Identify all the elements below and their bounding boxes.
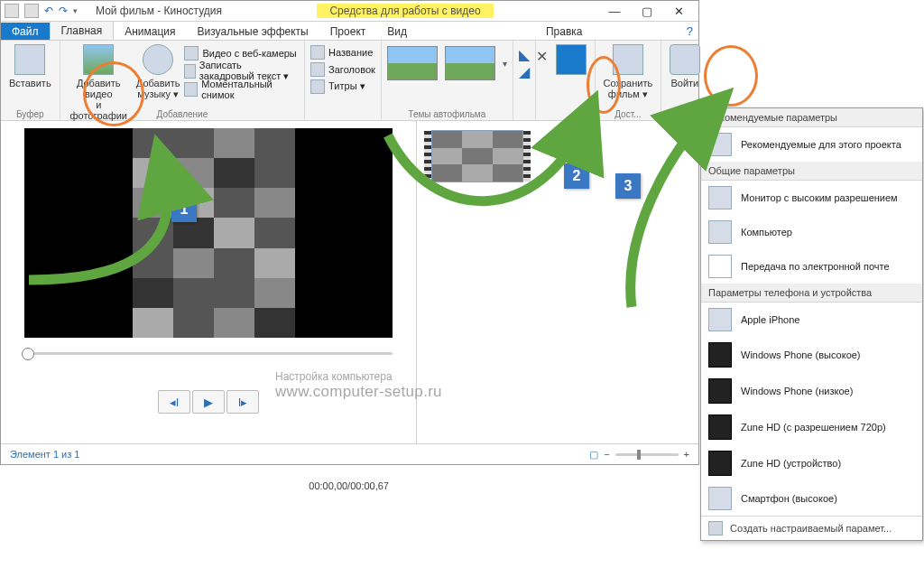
- dd-header-common: Общие параметры: [701, 162, 922, 181]
- film-icon: [708, 133, 732, 156]
- dd-item-computer[interactable]: Компьютер: [701, 215, 922, 249]
- tab-animation[interactable]: Анимация: [114, 23, 186, 40]
- help-icon[interactable]: ?: [687, 24, 693, 38]
- webcam-icon: [184, 46, 199, 61]
- quick-access-toolbar: ↶ ↷ ▾: [5, 4, 78, 18]
- user-icon: [670, 44, 700, 75]
- clip-thumbnail[interactable]: [431, 130, 523, 182]
- dd-header-device: Параметры телефона и устройства: [701, 284, 922, 303]
- tab-home[interactable]: Главная: [50, 21, 115, 40]
- dd-item-hd-monitor[interactable]: Монитор с высоким разрешением: [701, 181, 922, 215]
- theme-thumb-1[interactable]: [387, 46, 438, 80]
- tab-project[interactable]: Проект: [319, 23, 377, 40]
- tab-edit[interactable]: Правка: [535, 23, 594, 40]
- camera-icon: [184, 82, 198, 97]
- save-movie-dropdown: Рекомендуемые параметры Рекомендуемые дл…: [700, 107, 923, 541]
- caption-button[interactable]: Заголовок: [310, 61, 375, 78]
- dd-item-zune-720p[interactable]: Zune HD (с разрешением 720p): [701, 409, 922, 445]
- dd-header-recommended: Рекомендуемые параметры: [701, 108, 922, 127]
- phone-icon: [708, 378, 732, 404]
- dd-custom-settings[interactable]: Создать настраиваемый парамет...: [701, 516, 922, 540]
- redo-icon[interactable]: ↷: [59, 5, 68, 17]
- dd-item-email[interactable]: Передача по электронной почте: [701, 249, 922, 284]
- annotation-marker-2: 2: [564, 163, 589, 189]
- status-text: Элемент 1 из 1: [10, 449, 79, 460]
- zoom-control[interactable]: ▢ − +: [589, 449, 689, 461]
- phone-icon: [708, 342, 732, 368]
- autothemes-gallery[interactable]: ▾: [387, 42, 507, 80]
- context-tab-label: Средства для работы с видео: [317, 4, 493, 18]
- title-button[interactable]: Название: [310, 43, 373, 61]
- close-button[interactable]: ✕: [664, 3, 695, 19]
- dd-item-wp-high[interactable]: Windows Phone (высокое): [701, 337, 922, 373]
- maximize-button[interactable]: ▢: [632, 3, 662, 19]
- next-frame-button[interactable]: І▸: [226, 390, 259, 414]
- app-icon: [5, 4, 19, 18]
- zoom-slider[interactable]: [615, 453, 679, 456]
- monitor-icon: [708, 186, 732, 210]
- tab-view[interactable]: Вид: [376, 23, 418, 40]
- dd-item-zune-device[interactable]: Zune HD (устройство): [701, 445, 922, 481]
- phone-icon: [708, 414, 732, 440]
- title-icon: [310, 45, 325, 60]
- tab-file[interactable]: Файл: [1, 23, 50, 40]
- narration-button[interactable]: Записать закадровый текст ▾: [184, 62, 299, 79]
- rotate-right-icon[interactable]: ◢: [519, 63, 530, 80]
- zoom-in-icon[interactable]: +: [684, 449, 689, 460]
- smartphone-icon: [708, 487, 732, 510]
- annotation-ring-2: [587, 56, 621, 114]
- timeline-pane[interactable]: [417, 121, 698, 443]
- play-button[interactable]: ▶: [192, 390, 225, 414]
- theme-thumb-2[interactable]: [445, 46, 495, 80]
- gallery-more-icon[interactable]: ▾: [503, 59, 507, 69]
- annotation-ring-1: [83, 61, 144, 126]
- seek-knob[interactable]: [22, 348, 34, 360]
- onedrive-button[interactable]: [553, 42, 589, 79]
- credits-button[interactable]: Титры ▾: [310, 78, 365, 95]
- paste-icon: [14, 44, 45, 75]
- rotate-left-icon[interactable]: ◣: [519, 46, 530, 63]
- credits-icon: [310, 79, 325, 94]
- group-themes: Темы автофильма: [382, 109, 513, 119]
- video-preview[interactable]: [24, 128, 393, 338]
- dd-item-wp-low[interactable]: Windows Phone (низкое): [701, 373, 922, 409]
- workarea: 00:00,00/00:00,67 ◂І ▶ І▸: [1, 121, 698, 443]
- dd-item-smartphone-high[interactable]: Смартфон (высокое): [701, 481, 922, 516]
- paste-button[interactable]: Вставить: [6, 42, 54, 90]
- mail-icon: [708, 255, 732, 278]
- computer-icon: [708, 220, 732, 244]
- annotation-ring-3: [704, 45, 758, 107]
- prev-frame-button[interactable]: ◂І: [158, 390, 190, 414]
- music-icon: [143, 44, 173, 75]
- annotation-marker-1: 1: [171, 197, 197, 222]
- minimize-button[interactable]: —: [599, 3, 630, 19]
- group-buffer: Буфер: [1, 109, 60, 119]
- iphone-icon: [708, 308, 732, 331]
- playback-controls: ◂І ▶ І▸: [158, 390, 259, 414]
- zoom-out-icon[interactable]: −: [604, 449, 609, 460]
- gear-icon: [708, 521, 723, 535]
- ribbon-tabs: Файл Главная Анимация Визуальные эффекты…: [1, 22, 698, 41]
- qat-dropdown-icon[interactable]: ▾: [73, 6, 78, 15]
- delete-button[interactable]: ✕: [536, 48, 548, 65]
- save-icon[interactable]: [24, 4, 39, 18]
- undo-icon[interactable]: ↶: [44, 5, 53, 17]
- signin-button[interactable]: Войти: [667, 42, 703, 90]
- preview-pane: 00:00,00/00:00,67 ◂І ▶ І▸: [1, 121, 417, 443]
- tab-effects[interactable]: Визуальные эффекты: [187, 23, 319, 40]
- titlebar: ↶ ↷ ▾ Мой фильм - Киностудия Средства дл…: [1, 1, 698, 22]
- onedrive-icon: [556, 44, 587, 75]
- snapshot-button[interactable]: Моментальный снимок: [184, 80, 299, 98]
- seek-slider[interactable]: [24, 347, 393, 359]
- status-bar: Элемент 1 из 1 ▢ − +: [1, 443, 698, 464]
- view-toggle-icon[interactable]: ▢: [589, 449, 598, 461]
- dd-item-recommended[interactable]: Рекомендуемые для этого проекта: [701, 127, 922, 162]
- annotation-marker-3: 3: [615, 173, 641, 199]
- mic-icon: [184, 64, 195, 79]
- window-title: Мой фильм - Киностудия: [96, 5, 222, 17]
- timecode: 00:00,00/00:00,67: [309, 480, 389, 491]
- dd-item-iphone[interactable]: Apple iPhone: [701, 303, 922, 337]
- phone-icon: [708, 451, 732, 476]
- caption-icon: [310, 62, 325, 77]
